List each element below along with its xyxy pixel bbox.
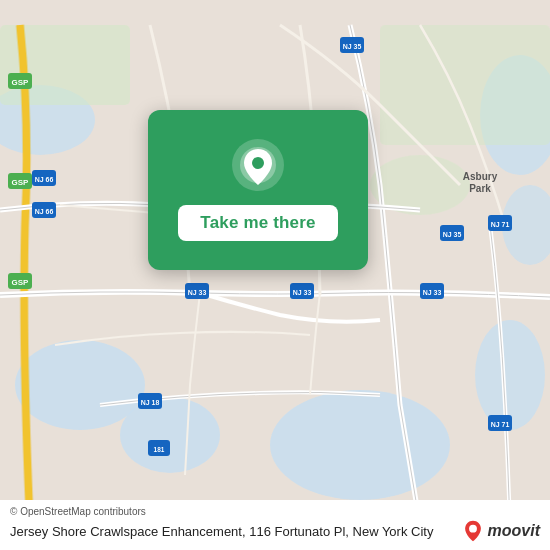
svg-text:NJ 18: NJ 18 <box>141 399 160 406</box>
svg-point-3 <box>120 397 220 473</box>
bottom-bar: © OpenStreetMap contributors Jersey Shor… <box>0 500 550 550</box>
map-attribution: © OpenStreetMap contributors <box>10 506 540 517</box>
map-pin-icon <box>232 139 284 191</box>
svg-text:NJ 35: NJ 35 <box>343 43 362 50</box>
location-text: Jersey Shore Crawlspace Enhancement, 116… <box>10 524 462 539</box>
svg-text:NJ 66: NJ 66 <box>35 176 54 183</box>
svg-text:NJ 33: NJ 33 <box>188 289 207 296</box>
svg-point-2 <box>15 340 145 430</box>
svg-point-43 <box>252 157 264 169</box>
svg-rect-9 <box>380 25 550 145</box>
svg-text:Asbury: Asbury <box>463 171 498 182</box>
map-container: GSP GSP GSP NJ 35 NJ 35 NJ 66 NJ 66 NJ 3… <box>0 0 550 550</box>
svg-point-44 <box>469 525 477 533</box>
svg-text:NJ 71: NJ 71 <box>491 421 510 428</box>
svg-text:GSP: GSP <box>12 78 30 87</box>
map-background: GSP GSP GSP NJ 35 NJ 35 NJ 66 NJ 66 NJ 3… <box>0 0 550 550</box>
svg-text:NJ 35: NJ 35 <box>443 231 462 238</box>
svg-text:NJ 71: NJ 71 <box>491 221 510 228</box>
svg-point-7 <box>475 320 545 430</box>
moovit-pin-icon <box>462 520 484 542</box>
svg-text:NJ 33: NJ 33 <box>293 289 312 296</box>
svg-text:Park: Park <box>469 183 491 194</box>
svg-text:GSP: GSP <box>12 278 30 287</box>
svg-text:GSP: GSP <box>12 178 30 187</box>
svg-point-4 <box>270 390 450 500</box>
svg-text:NJ 66: NJ 66 <box>35 208 54 215</box>
take-me-there-button[interactable]: Take me there <box>178 205 337 241</box>
location-card: Take me there <box>148 110 368 270</box>
svg-text:181: 181 <box>154 446 165 453</box>
moovit-text: moovit <box>488 522 540 540</box>
moovit-logo: moovit <box>462 520 540 542</box>
svg-text:NJ 33: NJ 33 <box>423 289 442 296</box>
